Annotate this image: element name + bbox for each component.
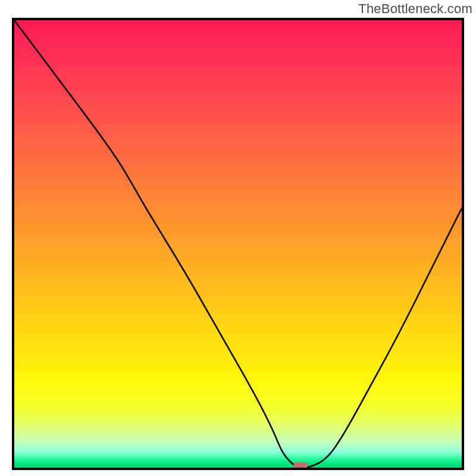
watermark-text: TheBottleneck.com bbox=[358, 1, 472, 17]
selected-point-marker bbox=[293, 462, 308, 469]
curve-line bbox=[14, 20, 462, 468]
plot-area bbox=[12, 18, 464, 470]
chart-container: TheBottleneck.com bbox=[0, 0, 476, 476]
